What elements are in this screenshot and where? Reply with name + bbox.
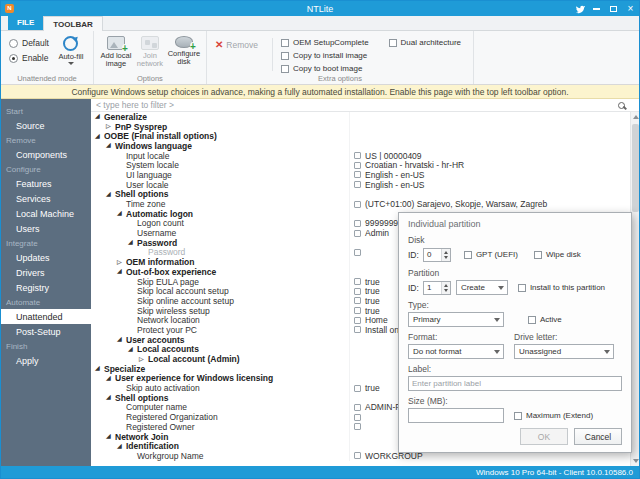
tab-toolbar[interactable]: TOOLBAR	[43, 16, 102, 31]
auto-fill-button[interactable]: Auto-fill	[55, 34, 87, 71]
tree-row[interactable]: User localeEnglish - en-US	[91, 180, 630, 190]
sidebar-item-drivers[interactable]: Drivers	[1, 265, 91, 280]
expanded-arrow-icon[interactable]: ◢	[106, 432, 115, 441]
expanded-arrow-icon[interactable]: ◢	[95, 112, 104, 121]
tree-row[interactable]: Time zone(UTC+01:00) Sarajevo, Skopje, W…	[91, 199, 630, 209]
value-field-icon[interactable]	[354, 278, 361, 285]
expanded-arrow-icon[interactable]: ◢	[95, 132, 104, 141]
expanded-arrow-icon[interactable]: ◢	[106, 141, 115, 150]
active-checkbox[interactable]: Active	[528, 315, 562, 324]
value-field-icon[interactable]	[354, 171, 361, 178]
join-network-button[interactable]: Joinnetwork	[134, 34, 166, 71]
tree-row[interactable]: ◢OOBE (Final install options)	[91, 131, 630, 141]
collapsed-arrow-icon[interactable]: ▷	[139, 355, 148, 364]
partition-mode-dropdown[interactable]: Create	[456, 280, 508, 295]
expanded-arrow-icon[interactable]: ◢	[106, 190, 115, 199]
expanded-arrow-icon[interactable]: ◢	[117, 209, 126, 218]
ok-button[interactable]: OK	[520, 428, 568, 445]
value-field-icon[interactable]	[354, 297, 361, 304]
install-to-partition-checkbox[interactable]: Install to this partition	[518, 283, 605, 292]
sidebar-item-post-setup[interactable]: Post-Setup	[1, 324, 91, 339]
sidebar-item-source[interactable]: Source	[1, 118, 91, 133]
checkbox-oem-setupcomplete[interactable]: OEM SetupComplete	[281, 38, 369, 47]
expanded-arrow-icon[interactable]: ◢	[117, 267, 126, 276]
value-field-icon[interactable]	[354, 326, 361, 333]
size-input[interactable]	[408, 408, 504, 423]
tree-row[interactable]: System localeCroatian - hrvatski - hr-HR	[91, 160, 630, 170]
spinner-arrows-icon[interactable]	[441, 249, 450, 261]
value-field-icon[interactable]	[354, 220, 361, 227]
sidebar-item-updates[interactable]: Updates	[1, 250, 91, 265]
sidebar-item-users[interactable]: Users	[1, 221, 91, 236]
partition-label-input[interactable]	[408, 376, 622, 391]
checkbox-dual-architecture[interactable]: Dual architecture	[389, 38, 461, 47]
drive-letter-label: Drive letter:	[514, 332, 622, 342]
expanded-arrow-icon[interactable]: ◢	[128, 238, 137, 247]
value-field-icon[interactable]	[354, 307, 361, 314]
gpt-uefi-checkbox[interactable]: GPT (UEFI)	[464, 250, 518, 259]
minimize-button[interactable]	[588, 1, 605, 16]
tree-row[interactable]: UI languageEnglish - en-US	[91, 170, 630, 180]
sidebar-item-unattended[interactable]: Unattended	[1, 309, 91, 324]
filter-input[interactable]	[96, 100, 614, 110]
wipe-disk-checkbox[interactable]: Wipe disk	[534, 250, 581, 259]
checkbox-copy-to-boot-image[interactable]: Copy to boot image	[281, 64, 369, 73]
sidebar-item-services[interactable]: Services	[1, 191, 91, 206]
partition-id-spinner[interactable]: 1	[423, 281, 451, 295]
value-field-icon[interactable]	[354, 152, 361, 159]
expanded-arrow-icon[interactable]: ◢	[106, 374, 115, 383]
maximum-extend-checkbox[interactable]: Maximum (Extend)	[514, 411, 593, 420]
value-field-icon[interactable]	[354, 385, 361, 392]
tree-row[interactable]: ◢Shell options	[91, 190, 630, 200]
scroll-down-icon[interactable]	[632, 457, 639, 465]
value-field-icon[interactable]	[354, 249, 361, 256]
value-field-icon[interactable]	[354, 452, 361, 459]
drive-letter-dropdown[interactable]: Unassigned	[514, 344, 614, 359]
sidebar-nav: StartSourceRemoveComponentsConfigureFeat…	[1, 99, 91, 466]
scroll-up-icon[interactable]	[632, 113, 639, 121]
collapsed-arrow-icon[interactable]: ▷	[106, 122, 115, 131]
value-field-icon[interactable]	[354, 423, 361, 430]
value-field-icon[interactable]	[354, 162, 361, 169]
sidebar-item-features[interactable]: Features	[1, 176, 91, 191]
scroll-thumb[interactable]	[632, 124, 639, 212]
sidebar-item-registry[interactable]: Registry	[1, 280, 91, 295]
disk-id-spinner[interactable]: 0	[423, 248, 451, 262]
type-dropdown[interactable]: Primary	[408, 312, 504, 327]
expanded-arrow-icon[interactable]: ◢	[117, 335, 126, 344]
value-field-icon[interactable]	[354, 317, 361, 324]
sidebar-item-local-machine[interactable]: Local Machine	[1, 206, 91, 221]
search-icon[interactable]	[618, 102, 625, 109]
configure-disk-button[interactable]: Configuredisk	[168, 34, 200, 71]
close-button[interactable]: ×	[622, 1, 639, 16]
tab-file[interactable]: FILE	[8, 15, 43, 30]
enable-radio[interactable]: Enable	[9, 53, 49, 63]
default-radio[interactable]: Default	[9, 38, 49, 48]
disk-id-label: ID:	[408, 250, 419, 260]
value-field-icon[interactable]	[354, 201, 361, 208]
twitter-icon[interactable]	[571, 1, 588, 16]
format-dropdown[interactable]: Do not format	[408, 344, 504, 359]
expanded-arrow-icon[interactable]: ◢	[106, 393, 115, 402]
cancel-button[interactable]: Cancel	[574, 428, 622, 445]
tree-row[interactable]: ◢Generalize	[91, 112, 630, 122]
checkbox-copy-to-install-image[interactable]: Copy to install image	[281, 51, 369, 60]
value-field-icon[interactable]	[354, 288, 361, 295]
tree-row[interactable]: ◢Windows language	[91, 141, 630, 151]
value-field-icon[interactable]	[354, 404, 361, 411]
remove-button[interactable]: ✕ Remove	[215, 40, 258, 50]
add-local-image-button[interactable]: Add localimage	[100, 34, 132, 71]
value-field-icon[interactable]	[354, 181, 361, 188]
expanded-arrow-icon[interactable]: ◢	[117, 442, 126, 451]
collapsed-arrow-icon[interactable]: ▷	[117, 258, 126, 267]
sidebar-item-apply[interactable]: Apply	[1, 353, 91, 368]
spinner-arrows-icon[interactable]	[441, 282, 450, 294]
expanded-arrow-icon[interactable]: ◢	[95, 364, 104, 373]
sidebar-item-components[interactable]: Components	[1, 147, 91, 162]
tree-row[interactable]: ▷PnP Sysprep	[91, 122, 630, 132]
expanded-arrow-icon[interactable]: ◢	[128, 345, 137, 354]
value-field-icon[interactable]	[354, 230, 361, 237]
tree-row[interactable]: Input localeUS | 00000409	[91, 151, 630, 161]
value-field-icon[interactable]	[354, 414, 361, 421]
maximize-button[interactable]	[605, 1, 622, 16]
